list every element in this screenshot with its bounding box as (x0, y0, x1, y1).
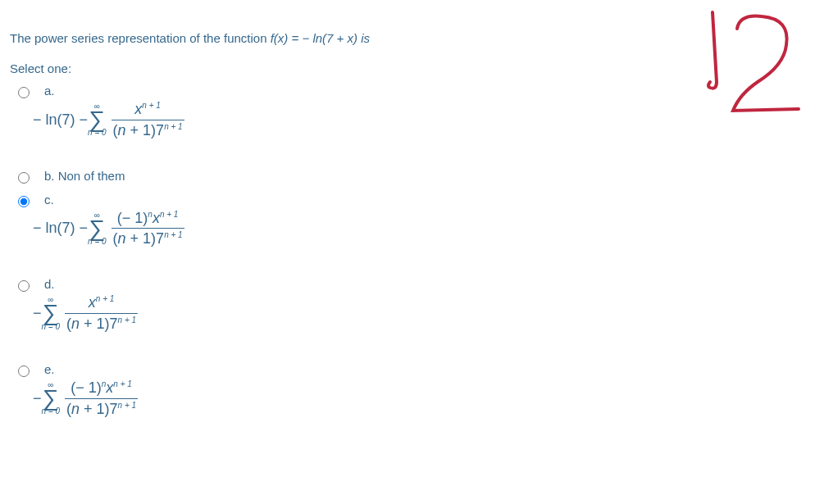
option-a-body: a. − ln(7) − ∞ ∑ n = 0 xn + 1 (n + 1)7n … (44, 84, 184, 162)
e-numerator: (− 1)nxn + 1 (69, 379, 134, 398)
a-denominator: (n + 1)7n + 1 (112, 120, 184, 139)
option-a-label: a. (44, 84, 184, 98)
option-b-label: b. Non of them (44, 169, 125, 183)
option-c-label: c. (44, 193, 184, 207)
option-c[interactable]: c. − ln(7) − ∞ ∑ n = 0 (− 1)nxn + 1 (n +… (10, 193, 805, 271)
a-numerator: xn + 1 (133, 101, 162, 120)
option-c-math: − ln(7) − ∞ ∑ n = 0 (− 1)nxn + 1 (n + 1)… (33, 210, 184, 248)
d-fraction: xn + 1 (n + 1)7n + 1 (65, 294, 138, 333)
d-sigma: ∞ ∑ n = 0 (42, 296, 61, 330)
option-d[interactable]: d. − ∞ ∑ n = 0 xn + 1 (n + 1)7n + 1 (10, 277, 805, 356)
q-x: x (348, 31, 354, 45)
sigma-icon: ∑ (89, 220, 105, 238)
radio-e[interactable] (18, 366, 30, 377)
eq: = − ln(7 + (288, 31, 347, 45)
option-d-math: − ∞ ∑ n = 0 xn + 1 (n + 1)7n + 1 (33, 294, 138, 333)
a-sigma-sub: n = 0 (88, 129, 107, 137)
a-fraction: xn + 1 (n + 1)7n + 1 (112, 101, 184, 139)
option-e[interactable]: e. − ∞ ∑ n = 0 (− 1)nxn + 1 (n + 1)7n + … (10, 362, 805, 441)
d-numerator: xn + 1 (87, 294, 116, 313)
d-prefix: − (33, 305, 42, 322)
radio-b[interactable] (18, 172, 30, 184)
option-b-body: b. Non of them (44, 169, 125, 186)
radio-c[interactable] (18, 196, 30, 207)
c-sigma-sub: n = 0 (88, 238, 107, 246)
radio-d[interactable] (18, 280, 30, 292)
option-a[interactable]: a. − ln(7) − ∞ ∑ n = 0 xn + 1 (n + 1)7n … (10, 84, 805, 162)
c-denominator: (n + 1)7n + 1 (112, 228, 184, 247)
option-d-body: d. − ∞ ∑ n = 0 xn + 1 (n + 1)7n + 1 (44, 277, 138, 356)
d-denominator: (n + 1)7n + 1 (65, 313, 138, 333)
c-sigma: ∞ ∑ n = 0 (88, 211, 107, 246)
option-d-label: d. (44, 277, 138, 291)
sigma-icon: ∑ (43, 304, 59, 322)
e-sigma-sub: n = 0 (42, 407, 61, 415)
radio-a[interactable] (18, 87, 30, 98)
a-prefix: − ln(7) − (33, 111, 88, 129)
select-one-label: Select one: (10, 61, 805, 75)
c-numerator: (− 1)nxn + 1 (116, 210, 180, 229)
question-prefix: The power series representation of the f… (10, 31, 271, 45)
option-a-math: − ln(7) − ∞ ∑ n = 0 xn + 1 (n + 1)7n + 1 (33, 101, 184, 139)
option-c-body: c. − ln(7) − ∞ ∑ n = 0 (− 1)nxn + 1 (n +… (44, 193, 184, 271)
e-sigma: ∞ ∑ n = 0 (42, 381, 61, 415)
fx: f(x) (271, 31, 289, 45)
e-prefix: − (33, 390, 42, 407)
e-fraction: (− 1)nxn + 1 (n + 1)7n + 1 (65, 379, 138, 418)
option-e-label: e. (44, 362, 138, 376)
q-end: ) is (353, 31, 370, 45)
option-b[interactable]: b. Non of them (10, 169, 805, 186)
question-container: The power series representation of the f… (0, 0, 815, 456)
option-e-body: e. − ∞ ∑ n = 0 (− 1)nxn + 1 (n + 1)7n + … (44, 362, 138, 441)
question-text: The power series representation of the f… (10, 31, 805, 45)
sigma-icon: ∑ (89, 111, 105, 129)
e-denominator: (n + 1)7n + 1 (65, 398, 138, 418)
c-prefix: − ln(7) − (33, 220, 88, 237)
c-fraction: (− 1)nxn + 1 (n + 1)7n + 1 (112, 210, 184, 248)
option-e-math: − ∞ ∑ n = 0 (− 1)nxn + 1 (n + 1)7n + 1 (33, 379, 138, 418)
d-sigma-sub: n = 0 (42, 323, 61, 331)
a-sigma: ∞ ∑ n = 0 (88, 102, 107, 137)
sigma-icon: ∑ (43, 389, 59, 407)
